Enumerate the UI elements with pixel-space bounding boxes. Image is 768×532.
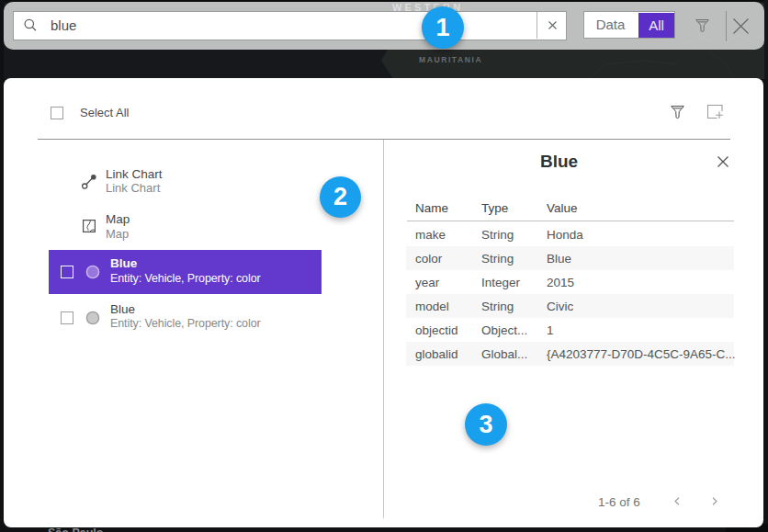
svg-text:MAURITANIA: MAURITANIA: [419, 55, 482, 64]
